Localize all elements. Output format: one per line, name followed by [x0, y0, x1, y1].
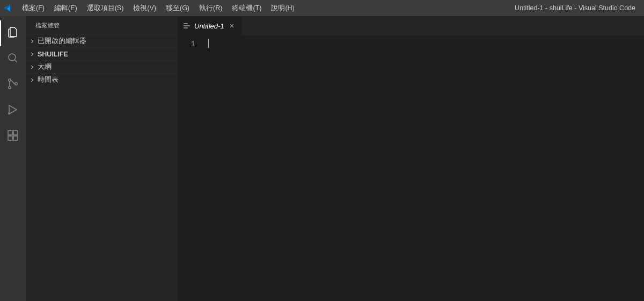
menu-file-label: 檔案(F): [22, 4, 45, 13]
menu-run[interactable]: 執行(R): [194, 0, 227, 16]
titlebar: 檔案(F) 編輯(E) 選取項目(S) 檢視(V) 移至(G) 執行(R) 終端…: [0, 0, 644, 16]
activity-search[interactable]: [0, 46, 26, 72]
sidebar-section-label: 大綱: [38, 62, 52, 71]
svg-line-1: [14, 60, 17, 62]
line-gutter: 1: [177, 35, 205, 301]
svg-point-3: [9, 87, 11, 89]
main-area: 檔案總管 已開啟的編輯器 SHUILIFE 大綱 時間表 Untitled-1: [0, 16, 644, 301]
svg-rect-7: [8, 136, 12, 140]
source-control-icon: [6, 77, 19, 92]
menu-help-label: 說明(H): [271, 4, 294, 13]
menu-file[interactable]: 檔案(F): [17, 0, 49, 16]
chevron-right-icon: [28, 63, 36, 71]
sidebar-section-label: 時間表: [38, 75, 58, 84]
menu-terminal[interactable]: 終端機(T): [227, 0, 266, 16]
editor-body: 1: [177, 35, 644, 301]
file-icon: [182, 22, 191, 30]
menu-view-label: 檢視(V): [133, 4, 156, 13]
sidebar-section-open-editors[interactable]: 已開啟的編輯器: [26, 34, 177, 47]
sidebar-section-label: SHUILIFE: [38, 51, 68, 58]
sidebar-section-label: 已開啟的編輯器: [38, 37, 86, 46]
extensions-icon: [6, 129, 19, 144]
close-icon[interactable]: [228, 22, 236, 30]
activity-run-debug[interactable]: [0, 98, 26, 124]
code-area[interactable]: [205, 35, 644, 301]
vscode-logo-icon: [3, 3, 13, 13]
menu-selection[interactable]: 選取項目(S): [82, 0, 129, 16]
chevron-right-icon: [28, 76, 36, 84]
menu-go[interactable]: 移至(G): [161, 0, 194, 16]
menu-edit[interactable]: 編輯(E): [49, 0, 82, 16]
sidebar-title: 檔案總管: [26, 16, 177, 34]
svg-rect-8: [13, 136, 18, 140]
menu-edit-label: 編輯(E): [54, 4, 77, 13]
run-debug-icon: [6, 103, 19, 118]
sidebar-section-folder[interactable]: SHUILIFE: [26, 47, 177, 60]
menu-terminal-label: 終端機(T): [232, 4, 261, 13]
sidebar-explorer: 檔案總管 已開啟的編輯器 SHUILIFE 大綱 時間表: [26, 16, 177, 301]
window-title: Untitled-1 - shuiLife - Visual Studio Co…: [515, 4, 641, 12]
svg-point-2: [9, 79, 11, 81]
line-number: 1: [177, 39, 195, 49]
chevron-right-icon: [28, 50, 36, 59]
search-icon: [6, 52, 19, 67]
text-cursor: [208, 39, 209, 48]
svg-point-0: [9, 54, 16, 61]
activity-explorer[interactable]: [0, 20, 26, 46]
svg-point-4: [15, 83, 17, 85]
menu-view[interactable]: 檢視(V): [128, 0, 161, 16]
menu-go-label: 移至(G): [166, 4, 189, 13]
menu-run-label: 執行(R): [199, 4, 222, 13]
activity-source-control[interactable]: [0, 72, 26, 98]
sidebar-section-timeline[interactable]: 時間表: [26, 73, 177, 86]
activity-bar: [0, 16, 26, 301]
editor-tab-untitled[interactable]: Untitled-1: [177, 16, 242, 35]
menu-selection-label: 選取項目(S): [87, 4, 124, 13]
files-icon: [6, 26, 19, 41]
editor-tabs: Untitled-1: [177, 16, 644, 35]
editor-tab-label: Untitled-1: [194, 22, 224, 30]
svg-point-5: [8, 112, 10, 114]
svg-rect-9: [13, 131, 18, 135]
chevron-right-icon: [28, 37, 36, 46]
sidebar-section-outline[interactable]: 大綱: [26, 60, 177, 73]
svg-rect-6: [8, 131, 12, 135]
activity-extensions[interactable]: [0, 124, 26, 149]
menu-help[interactable]: 說明(H): [266, 0, 299, 16]
editor-group: Untitled-1 1: [177, 16, 644, 301]
menu-bar: 檔案(F) 編輯(E) 選取項目(S) 檢視(V) 移至(G) 執行(R) 終端…: [17, 0, 299, 16]
